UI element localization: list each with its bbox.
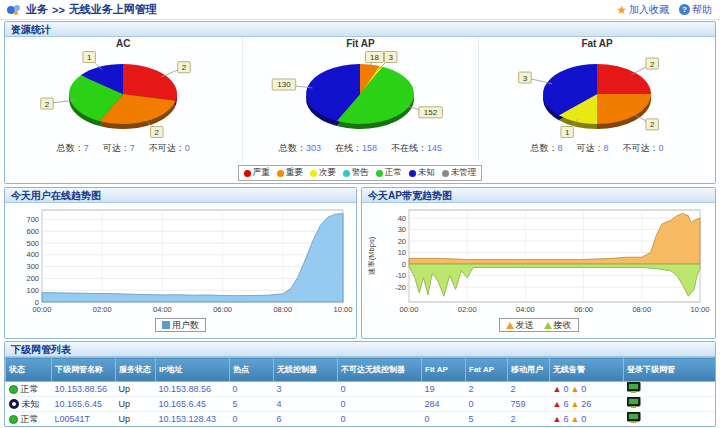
wireless-controller-count[interactable]: 4 [274,397,338,412]
major-alarm-icon: ▲ [570,384,579,394]
stat-value: 8 [558,143,563,153]
pie-chart-block: Fat AP2213总数：8可达：8不可达：0 [478,37,715,163]
fat-ap-count[interactable]: 5 [466,412,508,427]
fit-ap-count[interactable]: 19 [422,382,466,397]
login-nms-icon[interactable] [627,397,641,409]
pie-callout-label: 2 [155,128,160,137]
svg-text:10: 10 [398,248,406,257]
user-series-label: 用户数 [172,319,199,332]
svg-text:200: 200 [26,274,39,283]
stat-label: 不可达： [149,143,185,153]
svg-text:400: 400 [26,250,39,259]
wireless-management-page: 业务 >> 无线业务上网管理 ★ 加入收藏 ? 帮助 资源统计 AC2221总数… [0,0,720,428]
pie-chart-block: Fit AP183152130总数：303在线：158不在线：145 [242,37,479,163]
login-nms-cell[interactable] [624,382,716,397]
nms-name-link[interactable]: 10.153.88.56 [52,382,116,397]
column-header-登录下级网管[interactable]: 登录下级网管 [624,358,716,382]
status-icon [9,399,19,409]
critical-alarm-icon: ▲ [553,414,562,424]
fit-ap-count[interactable]: 284 [422,397,466,412]
stat-value: 0 [659,143,664,153]
ap-bandwidth-chart: 00:0002:0004:0006:0008:0010:00403020100-… [365,204,712,318]
critical-alarm-icon: ▲ [553,399,562,409]
wireless-alarm-cell[interactable]: ▲6▲0 [550,412,624,427]
nms-name-link[interactable]: L00541T [52,412,116,427]
legend-color-dot [376,170,383,177]
wireless-alarm-cell[interactable]: ▲6▲26 [550,397,624,412]
wireless-controller-count[interactable]: 6 [274,412,338,427]
wireless-controller-count[interactable]: 3 [274,382,338,397]
unreachable-controller-count[interactable]: 0 [338,382,422,397]
login-nms-cell[interactable] [624,397,716,412]
mobile-user-count[interactable]: 759 [508,397,550,412]
favorite-star-icon: ★ [616,3,627,17]
pie-callout-label: 130 [278,80,292,89]
stat-value: 8 [604,143,609,153]
legend-color-dot [409,170,416,177]
ip-address-link[interactable]: 10.165.6.45 [156,397,230,412]
app-logo-icon [6,3,22,17]
svg-text:20: 20 [398,237,406,246]
pie-callout-label: 1 [87,53,92,62]
mobile-user-count[interactable]: 2 [508,412,550,427]
svg-text:08:00: 08:00 [632,305,651,314]
nms-table: 状态下级网管名称服务状态IP地址热点无线控制器不可达无线控制器Fit APFat… [5,357,716,427]
login-nms-icon[interactable] [627,382,641,394]
user-trend-legend: 用户数 [155,318,206,332]
pie-stats-line: 总数：303在线：158不在线：145 [243,142,479,155]
breadcrumb-section[interactable]: 业务 [26,2,48,17]
svg-text:04:00: 04:00 [516,305,535,314]
column-header-移动用户[interactable]: 移动用户 [508,358,550,382]
column-header-状态[interactable]: 状态 [6,358,52,382]
table-row: 未知10.165.6.45Up10.165.6.455402840759▲6▲2… [6,397,716,412]
svg-text:-10: -10 [395,271,406,280]
help-link[interactable]: ? 帮助 [679,3,712,17]
column-header-服务状态[interactable]: 服务状态 [116,358,156,382]
fat-ap-count[interactable]: 2 [466,382,508,397]
column-header-Fat AP[interactable]: Fat AP [466,358,508,382]
hotspot-count[interactable]: 5 [230,397,274,412]
column-header-无线控制器[interactable]: 无线控制器 [274,358,338,382]
fat-ap-count[interactable]: 0 [466,397,508,412]
user-trend-title: 今天用户在线趋势图 [5,188,356,203]
breadcrumb: 业务 >> 无线业务上网管理 [0,2,157,17]
fit-ap-count[interactable]: 0 [422,412,466,427]
ip-address-link[interactable]: 10.153.128.43 [156,412,230,427]
nms-name-link[interactable]: 10.165.6.45 [52,397,116,412]
svg-text:0: 0 [35,298,39,307]
hotspot-count[interactable]: 0 [230,412,274,427]
svg-text:10:00: 10:00 [334,305,353,314]
svg-text:700: 700 [26,215,39,224]
unreachable-controller-count[interactable]: 0 [338,412,422,427]
column-header-无线告警[interactable]: 无线告警 [550,358,624,382]
user-series-marker [162,321,170,329]
stat-value: 145 [427,143,442,153]
wireless-alarm-cell[interactable]: ▲0▲0 [550,382,624,397]
column-header-Fit AP[interactable]: Fit AP [422,358,466,382]
unreachable-controller-count[interactable]: 0 [338,397,422,412]
mobile-user-count[interactable]: 2 [508,382,550,397]
svg-text:08:00: 08:00 [273,305,292,314]
status-cell: 正常 [6,382,52,397]
stat-value: 303 [306,143,321,153]
stat-value: 158 [362,143,377,153]
svg-text:0: 0 [402,260,406,269]
column-header-下级网管名称[interactable]: 下级网管名称 [52,358,116,382]
receive-series-label: 接收 [554,319,572,332]
login-nms-icon[interactable] [627,412,641,424]
stat-label: 总数： [57,143,84,153]
column-header-热点[interactable]: 热点 [230,358,274,382]
user-trend-panel: 今天用户在线趋势图 00:0002:0004:0006:0008:0010:00… [4,187,357,339]
table-row: 正常10.153.88.56Up10.153.88.560301922▲0▲0 [6,382,716,397]
legend-item-次要: 次要 [310,167,336,179]
ip-address-link[interactable]: 10.153.88.56 [156,382,230,397]
add-favorite-link[interactable]: ★ 加入收藏 [616,3,669,17]
column-header-IP地址[interactable]: IP地址 [156,358,230,382]
legend-item-重要: 重要 [277,167,303,179]
legend-color-dot [244,170,251,177]
login-nms-cell[interactable] [624,412,716,427]
column-header-不可达无线控制器[interactable]: 不可达无线控制器 [338,358,422,382]
hotspot-count[interactable]: 0 [230,382,274,397]
status-icon [9,385,18,394]
pie-callout-label: 2 [45,100,50,109]
